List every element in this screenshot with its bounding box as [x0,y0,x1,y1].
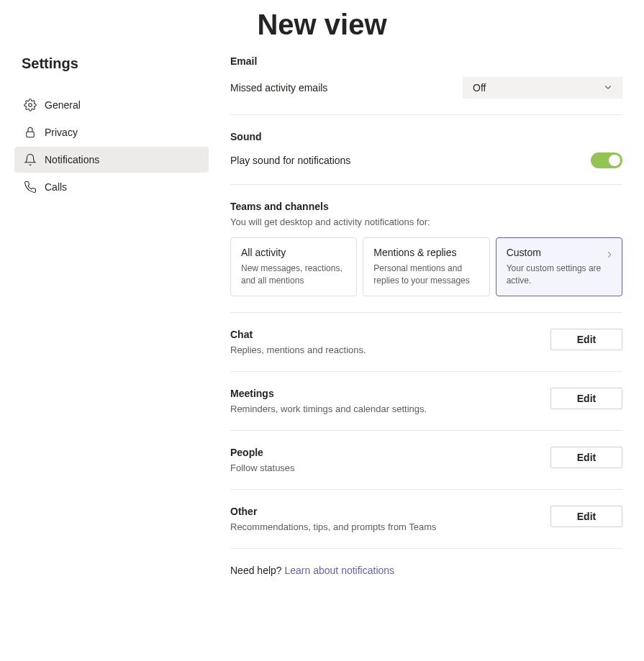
sidebar-item-notifications[interactable]: Notifications [14,147,209,173]
missed-emails-dropdown[interactable]: Off [463,77,622,99]
sidebar-item-label: General [45,99,81,111]
other-edit-button[interactable]: Edit [550,506,622,527]
chat-section: Chat Replies, mentions and reactions. Ed… [230,329,622,372]
card-custom[interactable]: Custom Your custom settings are active. [496,237,622,296]
svg-point-0 [29,104,32,107]
meetings-title: Meetings [230,388,550,399]
email-section: Email Missed activity emails Off [230,55,622,115]
chat-desc: Replies, mentions and reactions. [230,345,550,355]
meetings-section: Meetings Reminders, work timings and cal… [230,388,622,431]
dropdown-value: Off [473,82,486,94]
card-title: All activity [241,247,346,258]
sound-section: Sound Play sound for notifications [230,131,622,185]
teams-title: Teams and channels [230,201,622,212]
card-all-activity[interactable]: All activity New messages, reactions, an… [230,237,357,296]
help-prefix: Need help? [230,565,285,576]
sidebar-item-privacy[interactable]: Privacy [14,119,209,145]
svg-rect-1 [27,132,35,137]
settings-header: Settings [22,55,201,72]
sidebar-item-label: Calls [45,181,67,193]
toggle-knob [609,155,620,166]
people-desc: Follow statuses [230,462,550,473]
play-sound-toggle[interactable] [591,152,622,168]
other-desc: Recommendations, tips, and prompts from … [230,521,550,532]
sidebar-item-label: Privacy [45,127,78,138]
sidebar: Settings General Privacy Notifications [22,55,201,576]
card-title: Custom [507,247,612,258]
people-section: People Follow statuses Edit [230,447,622,490]
card-mentions-replies[interactable]: Mentions & replies Personal mentions and… [363,237,489,296]
page-title: New view [0,0,644,55]
sidebar-item-label: Notifications [45,154,99,165]
sidebar-item-calls[interactable]: Calls [14,174,209,200]
help-link[interactable]: Learn about notifications [285,565,395,576]
people-edit-button[interactable]: Edit [550,447,622,468]
other-title: Other [230,506,550,517]
card-title: Mentions & replies [373,247,479,258]
sound-title: Sound [230,131,622,142]
lock-icon [23,125,37,140]
meetings-edit-button[interactable]: Edit [550,388,622,409]
card-desc: Personal mentions and replies to your me… [373,263,479,287]
people-title: People [230,447,550,458]
email-title: Email [230,55,622,67]
bell-icon [23,152,37,167]
card-desc: New messages, reactions, and all mention… [241,263,346,287]
other-section: Other Recommendations, tips, and prompts… [230,506,622,549]
chat-title: Chat [230,329,550,340]
phone-icon [23,180,37,194]
main-content: Email Missed activity emails Off Sound P… [201,55,622,576]
sidebar-item-general[interactable]: General [14,92,209,118]
close-button[interactable] [605,55,622,73]
card-desc: Your custom settings are active. [507,263,612,287]
chevron-right-icon [606,248,613,261]
chat-edit-button[interactable]: Edit [550,329,622,350]
play-sound-row: Play sound for notifications [230,152,622,168]
chevron-down-icon [604,82,612,94]
meetings-desc: Reminders, work timings and calendar set… [230,404,550,414]
gear-icon [23,98,37,112]
play-sound-label: Play sound for notifications [230,155,350,166]
missed-emails-label: Missed activity emails [230,82,327,94]
help-row: Need help? Learn about notifications [230,565,622,576]
missed-emails-row: Missed activity emails Off [230,77,622,99]
teams-section: Teams and channels You will get desktop … [230,201,622,313]
teams-subtitle: You will get desktop and activity notifi… [230,216,622,227]
